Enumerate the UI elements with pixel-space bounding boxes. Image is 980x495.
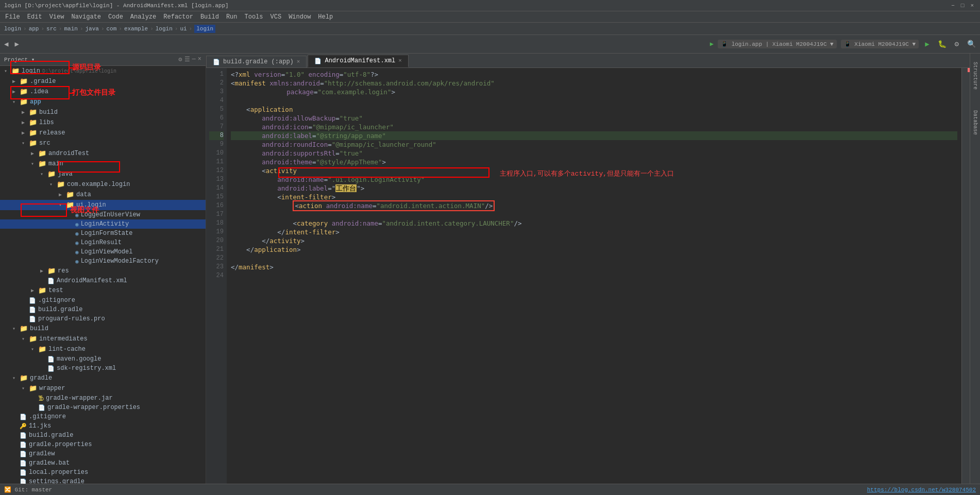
menu-window[interactable]: Window <box>285 12 314 22</box>
menu-navigate[interactable]: Navigate <box>68 12 104 22</box>
code-line-8: android:label="@string/app_name" <box>231 131 957 140</box>
nav-app[interactable]: app <box>29 26 39 32</box>
sidebar-close-icon[interactable]: × <box>198 56 201 63</box>
code-line-6: android:allowBackup="true" <box>231 114 957 123</box>
code-line-24 <box>231 271 957 280</box>
side-panels: Structure Database <box>970 54 980 484</box>
tree-item-gitignore-app[interactable]: 📄 .gitignore <box>0 296 206 305</box>
tree-item-build-gradle-root[interactable]: 📄 build.gradle <box>0 431 206 440</box>
menu-edit[interactable]: Edit <box>24 12 45 22</box>
editor-content: 1 2 3 4 5 6 7 8 9 10 11 12 13 14 15 16 1 <box>206 68 970 484</box>
tree-item-loginviewmodel[interactable]: ◉ LoginViewModel <box>0 247 206 257</box>
tree-item-intermediates[interactable]: ▾ 📁 intermediates <box>0 334 206 344</box>
tree-item-androidtest[interactable]: ▶ 📁 androidTest <box>0 148 206 159</box>
tab-close-build-gradle[interactable]: × <box>297 59 300 65</box>
tree-item-app-build[interactable]: ▶ 📁 build <box>0 107 206 117</box>
nav-login[interactable]: login <box>4 26 21 32</box>
tree-item-data[interactable]: ▶ 📁 data <box>0 190 206 200</box>
tree-item-loggedinuserview[interactable]: ◉ LoggedInUserView <box>0 210 206 219</box>
tree-item-loginactivity[interactable]: ◉ LoginActivity <box>0 219 206 229</box>
nav-com[interactable]: com <box>107 26 117 32</box>
tree-item-settings-gradle[interactable]: 📄 settings.gradle <box>0 477 206 484</box>
nav-src[interactable]: src <box>46 26 57 32</box>
back-button[interactable]: ◀ <box>2 39 10 49</box>
menu-tools[interactable]: Tools <box>242 12 266 22</box>
nav-login2[interactable]: login <box>156 26 173 32</box>
sidebar-settings-icon[interactable]: ⚙ <box>178 56 182 63</box>
tree-item-proguard[interactable]: 📄 proguard-rules.pro <box>0 314 206 323</box>
line-numbers: 1 2 3 4 5 6 7 8 9 10 11 12 13 14 15 16 1 <box>206 68 227 484</box>
menu-help[interactable]: Help <box>315 12 336 22</box>
tree-item-java[interactable]: ▾ 📁 java <box>0 169 206 179</box>
tree-item-gradle-dir[interactable]: ▾ 📁 gradle <box>0 373 206 383</box>
menu-code[interactable]: Code <box>105 12 126 22</box>
code-area[interactable]: <?xml version="1.0" encoding="utf-8"?> <… <box>227 68 961 484</box>
tree-item-gradlew-bat[interactable]: 📄 gradlew.bat <box>0 458 206 468</box>
tree-item-gradlew[interactable]: 📄 gradlew <box>0 449 206 458</box>
tree-item-build-gradle-app[interactable]: 📄 build.gradle <box>0 305 206 314</box>
tree-item-login-root[interactable]: ▾ 📁 login D:\project\appfile\login <box>0 66 206 76</box>
sidebar-collapse-icon[interactable]: — <box>192 56 196 63</box>
tree-item-src[interactable]: ▾ 📁 src <box>0 138 206 148</box>
sidebar-menu-icon[interactable]: ☰ <box>184 56 190 63</box>
tree-item-main[interactable]: ▾ 📁 main <box>0 159 206 169</box>
menu-refactor[interactable]: Refactor <box>160 12 196 22</box>
tree-item-app[interactable]: ▾ 📁 app <box>0 97 206 107</box>
menu-vcs[interactable]: VCS <box>267 12 285 22</box>
nav-java[interactable]: java <box>85 26 98 32</box>
tree-item-ui-login[interactable]: ▾ 📁 ui.login <box>0 200 206 210</box>
tab-build-gradle[interactable]: 📄 build.gradle (:app) × <box>206 56 307 67</box>
nav-ui[interactable]: ui <box>180 26 187 32</box>
tree-item-test[interactable]: ▶ 📁 test <box>0 285 206 296</box>
menu-analyze[interactable]: Analyze <box>127 12 159 22</box>
forward-button[interactable]: ▶ <box>12 39 21 49</box>
tree-item-manifest[interactable]: 📄 AndroidManifest.xml <box>0 276 206 285</box>
menubar: File Edit View Navigate Code Analyze Ref… <box>0 11 980 23</box>
menu-build[interactable]: Build <box>197 12 222 22</box>
side-tab-structure[interactable]: Structure <box>971 58 979 94</box>
tree-item-gradle-wrapper-jar[interactable]: 🗜 gradle-wrapper.jar <box>0 394 206 403</box>
tree-item-gradle-wrapper-props[interactable]: 📄 gradle-wrapper.properties <box>0 403 206 412</box>
nav-example[interactable]: example <box>124 26 148 32</box>
tree-item-gradle-hidden[interactable]: ▶ 📁 .gradle <box>0 76 206 87</box>
tab-manifest[interactable]: 📄 AndroidManifest.xml × <box>308 55 408 67</box>
tree-item-loginviewmodelfactory[interactable]: ◉ LoginViewModelFactory <box>0 257 206 266</box>
tab-close-manifest[interactable]: × <box>398 58 402 64</box>
nav-login3[interactable]: login <box>194 25 215 33</box>
code-line-18: <category android:name="android.intent.c… <box>231 219 957 228</box>
tree-item-gitignore-root[interactable]: 📄 .gitignore <box>0 412 206 421</box>
tree-item-loginformstate[interactable]: ◉ LoginFormState <box>0 229 206 238</box>
code-line-19: </intent-filter> <box>231 228 957 236</box>
tree-item-idea[interactable]: ▶ 📁 .idea <box>0 87 206 97</box>
tree-item-loginresult[interactable]: ◉ LoginResult <box>0 238 206 247</box>
tree-item-local-props[interactable]: 📄 local.properties <box>0 468 206 477</box>
tree-item-jks[interactable]: 🔑 11.jks <box>0 421 206 431</box>
tree-item-wrapper[interactable]: ▾ 📁 wrapper <box>0 383 206 394</box>
tree-item-build-root[interactable]: ▾ 📁 build <box>0 323 206 334</box>
tree-item-libs[interactable]: ▶ 📁 libs <box>0 117 206 128</box>
menu-file[interactable]: File <box>2 12 23 22</box>
run-button[interactable]: ▶ <box>923 39 931 49</box>
minimize-button[interactable]: − <box>949 3 957 9</box>
tree-item-release[interactable]: ▶ 📁 release <box>0 128 206 138</box>
tree-item-package[interactable]: ▾ 📁 com.example.login <box>0 179 206 190</box>
tree-item-res[interactable]: ▶ 📁 res <box>0 266 206 276</box>
nav-main[interactable]: main <box>64 26 77 32</box>
device-selector2[interactable]: 📱 Xiaomi M2004J19C ▼ <box>841 40 919 48</box>
menu-run[interactable]: Run <box>223 12 241 22</box>
tree-item-gradle-props[interactable]: 📄 gradle.properties <box>0 440 206 449</box>
menu-view[interactable]: View <box>46 12 67 22</box>
side-tab-database[interactable]: Database <box>971 106 979 139</box>
close-button[interactable]: × <box>968 3 976 9</box>
status-url[interactable]: https://blog.csdn.net/w328074502 <box>867 487 976 493</box>
maximize-button[interactable]: □ <box>959 3 967 9</box>
settings-button[interactable]: ⚙ <box>953 39 961 49</box>
tree-item-maven-google[interactable]: 📄 maven.google <box>0 354 206 364</box>
device-selector[interactable]: 📱 login.app | Xiaomi M2004J19C ▼ <box>718 40 837 48</box>
search-button[interactable]: 🔍 <box>965 39 978 49</box>
tree-item-sdk-registry[interactable]: 📄 sdk-registry.xml <box>0 364 206 373</box>
sidebar: Project ▾ ⚙ ☰ — × ▾ 📁 login D:\project\a… <box>0 54 206 484</box>
tree-item-lint-cache[interactable]: ▾ 📁 lint-cache <box>0 344 206 354</box>
tab-label-manifest: AndroidManifest.xml <box>325 57 395 64</box>
debug-button[interactable]: 🐛 <box>936 39 949 49</box>
